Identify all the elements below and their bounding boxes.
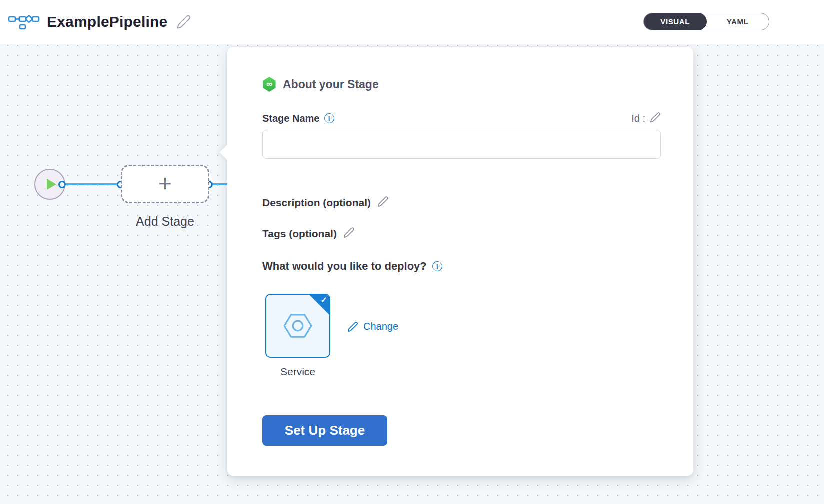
connector-line xyxy=(61,183,122,185)
id-edit-pencil-icon[interactable] xyxy=(650,112,661,125)
deploy-question-row: What would you like to deploy? i xyxy=(262,260,442,273)
header: ExamplePipeline VISUAL YAML xyxy=(0,0,824,44)
stage-id-label: Id : xyxy=(631,113,645,124)
description-label: Description (optional) xyxy=(262,197,371,209)
cd-stage-icon: ∞ xyxy=(262,77,276,92)
plus-icon: + xyxy=(158,172,172,195)
check-icon: ✓ xyxy=(321,295,327,305)
tags-label: Tags (optional) xyxy=(262,228,337,240)
deploy-info-icon[interactable]: i xyxy=(432,261,442,271)
description-edit-pencil-icon[interactable] xyxy=(377,196,389,209)
stage-name-label: Stage Name xyxy=(262,113,320,124)
page-title: ExamplePipeline xyxy=(47,13,167,30)
deploy-question: What would you like to deploy? xyxy=(262,260,427,273)
stage-name-row: Stage Name i Id : xyxy=(262,112,661,125)
tags-row: Tags (optional) xyxy=(262,227,355,240)
toggle-yaml[interactable]: YAML xyxy=(706,13,769,30)
stage-name-info-icon[interactable]: i xyxy=(324,113,334,123)
service-deploy-card[interactable]: ✓ xyxy=(265,294,330,358)
title-edit-pencil-icon[interactable] xyxy=(176,14,191,29)
stage-setup-panel: ∞ About your Stage Stage Name i Id : Des… xyxy=(227,47,693,476)
pipeline-icon xyxy=(8,11,40,33)
play-icon xyxy=(47,179,56,190)
change-label: Change xyxy=(363,321,398,332)
add-stage-label: Add Stage xyxy=(116,214,214,229)
service-card-label: Service xyxy=(265,366,330,378)
tags-edit-pencil-icon[interactable] xyxy=(343,227,355,240)
change-pencil-icon xyxy=(347,321,358,332)
toggle-visual[interactable]: VISUAL xyxy=(643,13,707,30)
panel-heading: About your Stage xyxy=(283,78,379,91)
app-root: ExamplePipeline VISUAL YAML + Add Stage xyxy=(0,0,824,504)
view-toggle: VISUAL YAML xyxy=(643,13,769,30)
add-stage-node[interactable]: + xyxy=(121,165,209,203)
connector-port xyxy=(58,181,66,188)
panel-header: ∞ About your Stage xyxy=(262,77,379,92)
infinity-glyph: ∞ xyxy=(266,80,272,88)
change-service-link[interactable]: Change xyxy=(347,321,398,332)
service-hexagon-icon xyxy=(283,312,313,339)
stage-name-input[interactable] xyxy=(262,130,661,159)
set-up-stage-button[interactable]: Set Up Stage xyxy=(262,415,387,446)
description-row: Description (optional) xyxy=(262,196,389,209)
